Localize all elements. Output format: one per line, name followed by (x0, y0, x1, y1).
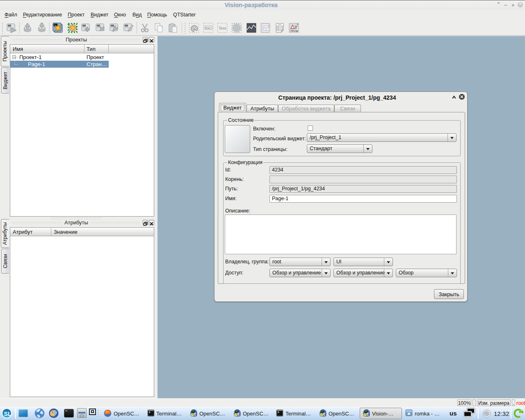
svg-text:Recognize: Recognize (262, 30, 269, 31)
svg-text:Enter: Enter (205, 27, 211, 29)
svg-text:Text: Text (219, 26, 226, 30)
svg-text:Value: Value (290, 30, 297, 32)
svg-text:Order: Order (278, 24, 282, 25)
